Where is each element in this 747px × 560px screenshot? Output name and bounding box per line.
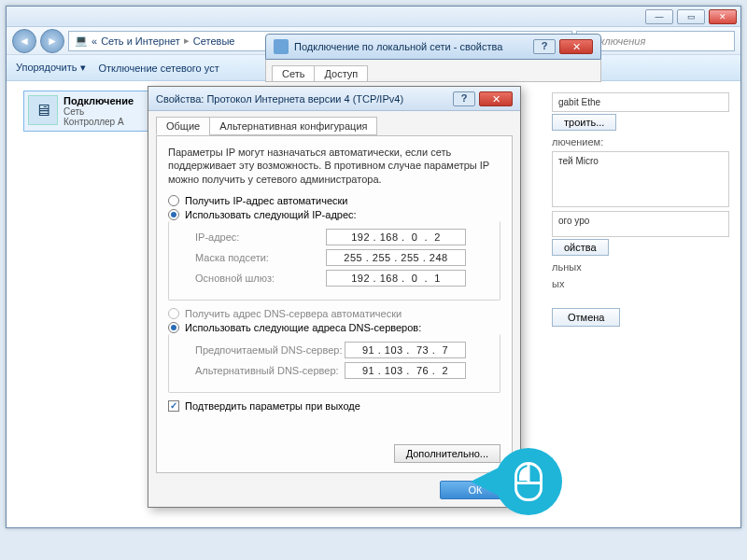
tab-alternate-config[interactable]: Альтернативная конфигурация: [209, 117, 377, 135]
nav-forward-button[interactable]: ►: [40, 29, 64, 53]
subnet-mask-input[interactable]: [326, 249, 466, 266]
radio-ip-manual-label: Использовать следующий IP-адрес:: [185, 209, 357, 220]
radio-dns-auto-label: Получить адрес DNS-сервера автоматически: [185, 308, 402, 319]
components-listbox[interactable]: тей Micro: [552, 151, 729, 207]
adapter-name-field: gabit Ethe: [552, 92, 729, 112]
breadcrumb-part-1[interactable]: Сеть и Интернет: [101, 35, 180, 47]
nav-back-button[interactable]: ◄: [12, 29, 36, 53]
ipv4-description: Параметры IP могут назначаться автоматич…: [168, 146, 500, 186]
radio-ip-auto[interactable]: [168, 195, 179, 206]
connection-properties-dialog: Подключение по локальной сети - свойства…: [265, 34, 601, 71]
tab-general[interactable]: Общие: [156, 117, 210, 135]
subnet-mask-label: Маска подсети:: [195, 252, 326, 263]
ipv4-dialog-title: Свойства: Протокол Интернета версии 4 (T…: [156, 93, 403, 105]
cursor-hint-overlay: [471, 448, 562, 515]
explorer-close-button[interactable]: ✕: [709, 9, 737, 24]
properties-button[interactable]: ойства: [552, 239, 609, 256]
dns-alternate-label: Альтернативный DNS-сервер:: [195, 365, 345, 376]
ip-address-label: IP-адрес:: [195, 231, 326, 243]
explorer-maximize-button[interactable]: ▭: [677, 9, 705, 24]
cancel-button[interactable]: Отмена: [552, 308, 620, 327]
ipv4-general-pane: Параметры IP могут назначаться автоматич…: [156, 135, 513, 473]
explorer-titlebar: — ▭ ✕: [7, 7, 740, 27]
breadcrumb-part-2[interactable]: Сетевые: [193, 35, 235, 47]
connection-dialog-titlebar: Подключение по локальной сети - свойства…: [265, 34, 601, 60]
gateway-input[interactable]: [326, 270, 466, 287]
cursor-hint-circle: [495, 448, 562, 515]
tab-network[interactable]: Сеть: [272, 65, 315, 81]
ip-fields-group: IP-адрес: Маска подсети: Основной шлюз:: [168, 221, 500, 301]
radio-ip-auto-label: Получить IP-адрес автоматически: [185, 195, 347, 206]
ipv4-properties-dialog: Свойства: Протокол Интернета версии 4 (T…: [148, 86, 521, 508]
ipv4-dialog-close-button[interactable]: ✕: [479, 91, 513, 106]
ipv4-dialog-titlebar: Свойства: Протокол Интернета версии 4 (T…: [148, 87, 520, 111]
dns-preferred-label: Предпочитаемый DNS-сервер:: [195, 344, 345, 356]
connection-title: Подключение: [63, 95, 134, 106]
connection-dialog-icon: [274, 39, 289, 54]
ipv4-dialog-help-button[interactable]: ?: [453, 91, 475, 106]
validate-on-exit-label: Подтвердить параметры при выходе: [185, 400, 360, 412]
breadcrumb-icon: 💻: [75, 35, 88, 47]
connection-properties-partial: gabit Ethe троить... лючением: тей Micro…: [552, 89, 729, 327]
toolbar-disable-device[interactable]: Отключение сетевого уст: [99, 63, 219, 74]
radio-ip-manual[interactable]: [168, 209, 179, 220]
dns-preferred-input[interactable]: [345, 342, 466, 358]
connection-adapter: Контроллер A: [63, 117, 134, 127]
connection-uses-label: лючением:: [552, 136, 729, 147]
toolbar-organize[interactable]: Упорядочить ▾: [16, 62, 86, 74]
connection-dialog-help-button[interactable]: ?: [533, 39, 556, 54]
gateway-label: Основной шлюз:: [195, 273, 326, 284]
radio-dns-manual-label: Использовать следующие адреса DNS-сервер…: [185, 322, 421, 333]
explorer-minimize-button[interactable]: —: [645, 9, 673, 24]
mouse-icon: [514, 462, 543, 501]
components-listbox-2[interactable]: ого уро: [552, 211, 729, 237]
network-adapter-icon: 🖥: [28, 95, 58, 125]
radio-dns-auto: [168, 308, 179, 319]
radio-dns-manual[interactable]: [168, 322, 179, 333]
dns-alternate-input[interactable]: [345, 362, 466, 379]
connection-dialog-title: Подключение по локальной сети - свойства: [294, 41, 502, 52]
validate-on-exit-checkbox[interactable]: [168, 400, 179, 412]
connection-dialog-close-button[interactable]: ✕: [559, 39, 593, 54]
tab-access[interactable]: Доступ: [314, 65, 368, 81]
ip-address-input[interactable]: [326, 229, 466, 245]
connection-network: Сеть: [63, 106, 134, 117]
dns-fields-group: Предпочитаемый DNS-сервер: Альтернативны…: [168, 334, 500, 393]
configure-button[interactable]: троить...: [552, 114, 616, 131]
